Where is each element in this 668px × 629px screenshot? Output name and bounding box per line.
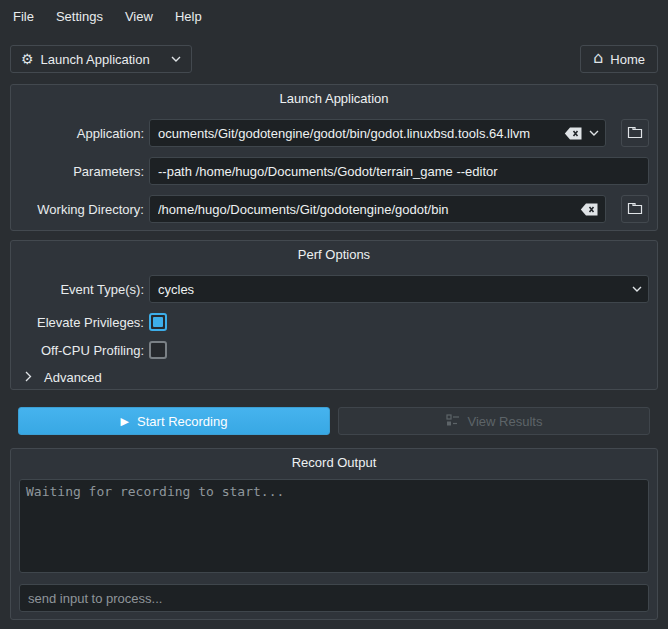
event-types-label: Event Type(s): (19, 282, 144, 297)
folder-icon (627, 125, 643, 142)
application-input[interactable] (158, 126, 558, 141)
event-types-combobox[interactable] (149, 275, 649, 303)
parameters-label: Parameters: (19, 164, 144, 179)
offcpu-profiling-row: Off-CPU Profiling: (19, 341, 649, 359)
action-buttons-row: ▶ Start Recording View Results (18, 407, 650, 435)
working-directory-browse-button[interactable] (621, 195, 649, 223)
application-row: Application: (19, 119, 649, 147)
home-button[interactable]: ⌂ Home (580, 45, 658, 73)
record-group-title: Record Output (19, 455, 649, 471)
advanced-expander-label: Advanced (44, 370, 102, 385)
perf-group-title: Perf Options (19, 247, 649, 263)
view-results-icon (446, 413, 460, 430)
parameters-input[interactable] (158, 164, 642, 179)
working-directory-label: Working Directory: (19, 202, 144, 217)
chevron-down-icon (171, 56, 181, 62)
start-recording-button[interactable]: ▶ Start Recording (18, 407, 330, 435)
menu-bar: File Settings View Help (0, 0, 668, 32)
chevron-right-icon (25, 370, 32, 385)
record-output-group: Record Output Waiting for recording to s… (10, 448, 658, 620)
application-combobox[interactable] (149, 119, 606, 147)
chevron-down-icon[interactable] (589, 130, 599, 136)
application-browse-button[interactable] (621, 119, 649, 147)
record-output-log[interactable]: Waiting for recording to start... (19, 479, 649, 573)
working-directory-input[interactable] (158, 202, 574, 217)
launch-group-title: Launch Application (19, 91, 649, 107)
clear-text-icon[interactable] (564, 127, 583, 140)
view-results-button[interactable]: View Results (338, 407, 650, 435)
toolbar: ⚙ Launch Application ⌂ Home (10, 45, 658, 73)
elevate-privileges-checkbox[interactable] (149, 313, 167, 331)
menu-settings[interactable]: Settings (45, 4, 114, 29)
offcpu-profiling-label: Off-CPU Profiling: (19, 343, 144, 358)
working-directory-field[interactable] (149, 195, 606, 223)
launch-application-group: Launch Application Application: Paramete… (10, 84, 658, 231)
application-label: Application: (19, 126, 144, 141)
home-button-label: Home (610, 52, 645, 67)
menu-help[interactable]: Help (164, 4, 213, 29)
perf-options-group: Perf Options Event Type(s): Elevate Priv… (10, 240, 658, 390)
parameters-field[interactable] (149, 157, 649, 185)
chevron-down-icon[interactable] (632, 286, 642, 292)
profile-selector-dropdown[interactable]: ⚙ Launch Application (10, 45, 192, 73)
view-results-label: View Results (468, 414, 543, 429)
parameters-row: Parameters: (19, 157, 649, 185)
gear-icon: ⚙ (21, 52, 34, 66)
elevate-privileges-row: Elevate Privileges: (19, 313, 649, 331)
event-types-input[interactable] (158, 282, 626, 297)
folder-icon (627, 201, 643, 218)
menu-file[interactable]: File (2, 4, 45, 29)
process-input-field[interactable] (19, 584, 649, 612)
play-icon: ▶ (121, 416, 129, 427)
clear-text-icon[interactable] (580, 203, 599, 216)
profile-selector-label: Launch Application (41, 52, 150, 67)
menu-view[interactable]: View (114, 4, 164, 29)
home-icon: ⌂ (593, 50, 603, 66)
elevate-privileges-label: Elevate Privileges: (19, 315, 144, 330)
working-directory-row: Working Directory: (19, 195, 649, 223)
advanced-expander[interactable]: Advanced (25, 369, 649, 385)
start-recording-label: Start Recording (137, 414, 227, 429)
event-types-row: Event Type(s): (19, 275, 649, 303)
offcpu-profiling-checkbox[interactable] (149, 341, 167, 359)
hotspot-record-window: File Settings View Help ⚙ Launch Applica… (0, 0, 668, 629)
